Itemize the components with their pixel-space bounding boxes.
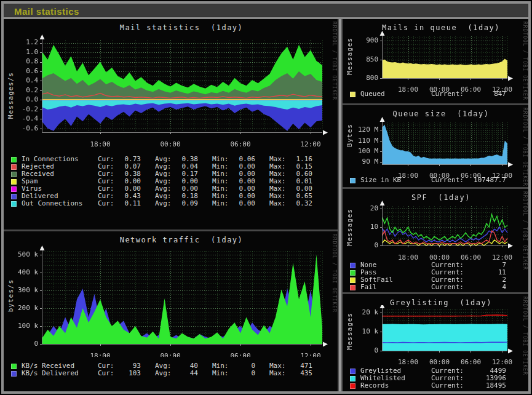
legend-label: KB/s Delivered <box>22 370 98 377</box>
mail-statistics-chart <box>4 34 338 151</box>
legend-row: Out Connections Cur:0.11 Avg:0.09 Min:0.… <box>4 200 338 207</box>
legend-current-value: 18495 <box>469 382 506 389</box>
rrdtool-watermark: RRDTOOL / TOBI OETIKER <box>332 234 337 313</box>
legend-row: KB/s Delivered Cur:103 Avg:44 Min:0 Max:… <box>4 370 338 377</box>
legend-swatch <box>11 179 17 185</box>
rrdtool-watermark: RRDTOOL / TOBI OETIKER <box>522 108 528 186</box>
panel-mails-in-queue: Mails in queue (1day) Messages RRDTOOL /… <box>343 19 528 103</box>
legend-label: Out Connections <box>22 200 98 207</box>
legend-current-value: 847 <box>469 90 506 98</box>
mails-in-queue-chart <box>343 30 528 93</box>
legend-label: Fail <box>360 284 431 291</box>
legend-swatch <box>350 270 355 276</box>
legend-current-value: 11 <box>469 269 506 276</box>
legend-swatch <box>11 364 17 369</box>
legend-swatch <box>11 164 17 170</box>
mail-legend: In Connections Cur:0.73 Avg:0.38 Min:0.0… <box>4 156 338 207</box>
legend-swatch <box>350 285 355 290</box>
legend-swatch <box>11 371 17 377</box>
rrdtool-watermark: RRDTOOL / TOBI OETIKER <box>522 191 528 270</box>
dashboard: Mail statistics (1day) Messages/s RRDTOO… <box>4 19 528 391</box>
panel-spf: SPF (1day) Messages RRDTOOL / TOBI OETIK… <box>343 189 528 292</box>
greylisting-chart <box>343 305 528 367</box>
rrdtool-watermark: RRDTOOL / TOBI OETIKER <box>522 22 528 100</box>
legend-row: Size in KB Current: 107487.7 <box>343 177 528 184</box>
legend-label: Records <box>360 382 431 389</box>
legend-swatch <box>11 194 17 199</box>
queue-legend: Queued Current: 847 <box>343 90 528 98</box>
queue-size-chart <box>343 116 528 179</box>
legend-swatch <box>11 201 17 207</box>
legend-swatch <box>350 369 355 374</box>
column-divider <box>338 19 343 391</box>
legend-label: Size in KB <box>360 177 431 184</box>
legend-row: Queued Current: 847 <box>343 90 528 98</box>
chart-title-mail: Mail statistics (1day) <box>42 23 321 32</box>
legend-swatch <box>11 157 17 162</box>
legend-swatch <box>350 178 355 183</box>
legend-row: Fail Current: 4 <box>343 284 528 291</box>
panel-mail-statistics: Mail statistics (1day) Messages/s RRDTOO… <box>4 19 338 229</box>
legend-current-value: 107487.7 <box>469 177 506 184</box>
legend-swatch <box>350 277 355 283</box>
network-traffic-chart <box>4 245 338 357</box>
legend-swatch <box>11 172 17 177</box>
legend-current-value: 2 <box>469 276 506 284</box>
network-legend: KB/s Received Cur:93 Avg:40 Min:0 Max:47… <box>4 362 338 377</box>
window-title: Mail statistics <box>14 6 79 17</box>
legend-swatch <box>350 383 355 389</box>
legend-swatch <box>350 376 355 381</box>
legend-current-value: 4 <box>469 284 506 291</box>
window-titlebar: Mail statistics <box>4 4 528 17</box>
spf-chart <box>343 200 528 261</box>
rrdtool-watermark: RRDTOOL / TOBI OETIKER <box>522 297 528 375</box>
legend-swatch <box>350 263 355 268</box>
panel-greylisting: Greylisting (1day) Messages RRDTOOL / TO… <box>343 294 528 391</box>
rrdtool-watermark: RRDTOOL / TOBI OETIKER <box>332 22 337 100</box>
panel-queue-size: Queue size (1day) Bytes RRDTOOL / TOBI O… <box>343 105 528 187</box>
panel-network-traffic: Network traffic (1day) bytes/s RRDTOOL /… <box>4 231 338 391</box>
spf-legend: None Current: 7 Pass Current: 11 SoftFai… <box>343 261 528 291</box>
legend-swatch <box>350 92 355 97</box>
window: Mail statistics Mail statistics (1day) M… <box>0 0 532 395</box>
chart-title-network: Network traffic (1day) <box>42 236 321 244</box>
greylisting-legend: Greylisted Current: 4499 Whitelisted Cur… <box>343 367 528 389</box>
legend-swatch <box>11 186 17 192</box>
qsize-legend: Size in KB Current: 107487.7 <box>343 177 528 184</box>
legend-row: Records Current: 18495 <box>343 382 528 389</box>
legend-label: Queued <box>360 90 431 98</box>
